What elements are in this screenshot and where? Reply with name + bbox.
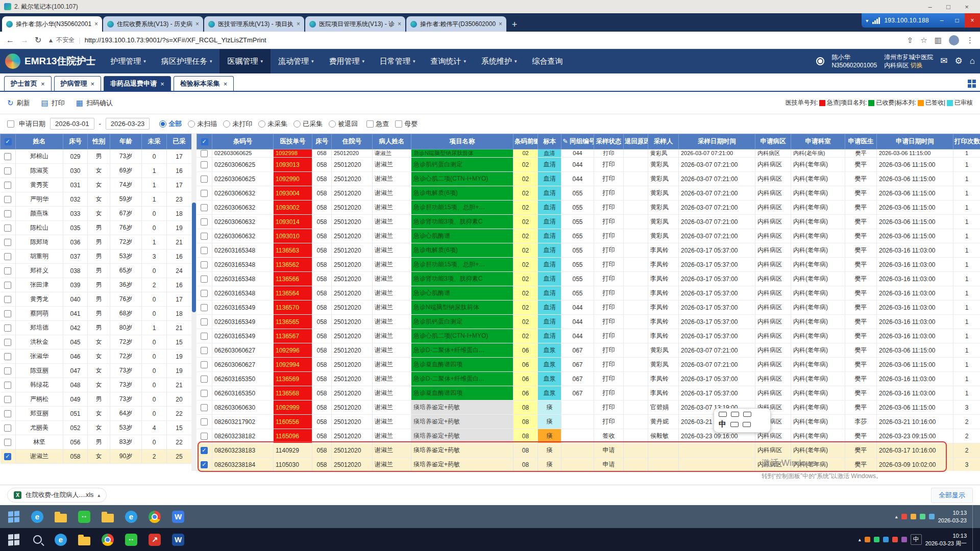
menu-item[interactable]: 医嘱管理▾ <box>219 49 271 73</box>
row-checkbox[interactable] <box>4 424 11 432</box>
ime-settings-icon[interactable] <box>743 412 751 417</box>
switch-ward-link[interactable]: 切换 <box>911 62 923 69</box>
ime-toolbar[interactable]: 中 <box>714 408 771 433</box>
row-checkbox-cell[interactable] <box>1 421 16 435</box>
tab-close-icon[interactable]: × <box>41 80 45 88</box>
row-checkbox[interactable] <box>201 276 208 283</box>
row-checkbox-cell[interactable] <box>1 192 16 207</box>
row-checkbox-cell[interactable] <box>1 264 16 278</box>
row-checkbox-cell[interactable] <box>1 164 16 178</box>
sample-row[interactable]: 022603060625109299005825012020谢淑兰急诊心肌二项(… <box>197 172 980 186</box>
ie-icon[interactable]: e <box>49 528 72 551</box>
patient-row[interactable]: 谢淑兰058女90岁225 <box>1 449 192 464</box>
tab-close-icon[interactable]: × <box>91 80 95 88</box>
tab-close-icon[interactable]: × <box>160 80 164 88</box>
row-checkbox-cell[interactable] <box>197 400 212 415</box>
wechat-icon[interactable]: ·· <box>72 505 96 528</box>
row-checkbox-cell[interactable] <box>197 315 212 329</box>
search-icon[interactable] <box>26 528 49 551</box>
page-tab[interactable]: 护病管理× <box>54 76 102 91</box>
row-checkbox-cell[interactable] <box>1 221 16 235</box>
row-checkbox[interactable] <box>4 453 11 460</box>
tab-close-icon[interactable]: × <box>224 80 228 88</box>
row-checkbox[interactable] <box>4 267 11 274</box>
share-icon[interactable]: ⇧ <box>907 36 914 45</box>
patient-row[interactable]: 黄秀龙040男76岁017 <box>1 292 192 307</box>
tray-icon[interactable] <box>874 537 879 542</box>
row-checkbox-cell[interactable] <box>197 258 212 272</box>
row-checkbox-cell[interactable] <box>1 292 16 307</box>
row-checkbox[interactable] <box>201 318 208 325</box>
row-checkbox[interactable] <box>201 150 208 157</box>
menu-item[interactable]: 查询统计▾ <box>423 49 474 73</box>
row-checkbox[interactable] <box>4 210 11 217</box>
row-checkbox-cell[interactable] <box>1 178 16 192</box>
row-checkbox[interactable] <box>201 347 208 354</box>
row-checkbox-cell[interactable] <box>1 378 16 392</box>
menu-dots-icon[interactable]: ⋮ <box>966 36 974 45</box>
row-checkbox-cell[interactable] <box>1 321 16 335</box>
row-checkbox-cell[interactable] <box>1 249 16 264</box>
tray-icon[interactable] <box>883 537 889 542</box>
patient-row[interactable]: 郑棉山029男73岁017 <box>1 149 192 164</box>
row-checkbox[interactable] <box>201 304 208 311</box>
chrome-icon[interactable] <box>143 505 166 528</box>
remote-clock[interactable]: 10:13 2026-03-23 <box>938 509 967 524</box>
row-checkbox[interactable] <box>4 182 11 189</box>
row-checkbox[interactable] <box>201 461 208 468</box>
row-checkbox-cell[interactable] <box>197 172 212 186</box>
row-checkbox[interactable] <box>201 233 208 240</box>
minimize-button[interactable]: – <box>921 0 939 13</box>
row-checkbox[interactable] <box>4 167 11 174</box>
row-checkbox[interactable] <box>4 439 11 446</box>
row-checkbox[interactable] <box>201 161 208 168</box>
scrollbar-thumb[interactable] <box>192 203 196 312</box>
star-icon[interactable]: ☆ <box>920 36 927 45</box>
tray-expand-icon[interactable]: ▴ <box>859 537 861 542</box>
sample-row[interactable]: 022603060632109300205825012020谢淑兰急诊肝功能15… <box>197 201 980 215</box>
row-checkbox-cell[interactable] <box>197 458 212 471</box>
filter-checkbox[interactable]: 母婴 <box>395 119 418 129</box>
row-checkbox[interactable] <box>201 176 208 183</box>
row-checkbox[interactable] <box>201 333 208 340</box>
wps-icon[interactable]: W <box>166 505 190 528</box>
patient-row[interactable]: 尤丽美052女53岁415 <box>1 421 192 435</box>
row-checkbox-cell[interactable] <box>197 372 212 386</box>
mail-icon[interactable]: ✉ <box>940 56 947 67</box>
patient-row[interactable]: 韩绿花048女73岁021 <box>1 378 192 392</box>
sample-row[interactable]: 022603165348113656605825012020谢淑兰急诊肾功能3项… <box>197 272 980 286</box>
row-checkbox[interactable] <box>4 382 11 389</box>
row-checkbox[interactable] <box>201 290 208 297</box>
row-checkbox-cell[interactable] <box>197 415 212 429</box>
row-checkbox-cell[interactable] <box>1 335 16 349</box>
row-checkbox[interactable] <box>201 375 208 383</box>
menu-item[interactable]: 流动管理▾ <box>271 49 322 73</box>
browser-tab[interactable]: 医院项目管理系统(V13) - 诊疗...× <box>305 16 405 32</box>
filter-radio[interactable]: 未打印 <box>223 119 252 129</box>
folder-icon[interactable] <box>96 505 119 528</box>
wechat-icon[interactable]: ·· <box>119 528 143 551</box>
sample-row[interactable]: 062603060627109299605825012020谢淑兰急诊D-二聚体… <box>197 343 980 358</box>
row-checkbox[interactable] <box>201 433 208 440</box>
print-button[interactable]: ▤打印 <box>41 98 65 108</box>
url-field[interactable]: ▲ 不安全 | http://193.100.10.73:9001/?s=XF#… <box>47 36 900 44</box>
row-checkbox[interactable] <box>4 396 11 403</box>
row-checkbox[interactable] <box>4 353 11 360</box>
row-checkbox[interactable] <box>4 410 11 417</box>
row-checkbox[interactable] <box>201 361 208 368</box>
sample-row[interactable]: 062603060627109299405825012020谢淑兰急诊凝血酶谱四… <box>197 358 980 372</box>
page-tab[interactable]: 检验标本采集× <box>174 76 234 91</box>
tab-close-icon[interactable]: × <box>195 20 199 28</box>
side-panel-icon[interactable]: ▥ <box>935 36 942 45</box>
row-checkbox-cell[interactable] <box>197 286 212 300</box>
select-all-checkbox[interactable] <box>5 138 12 145</box>
sample-row[interactable]: 022603060632109300405825012020谢淑兰急诊电解质(6… <box>197 186 980 201</box>
filter-radio[interactable]: 已采集 <box>293 119 323 129</box>
tray-icon[interactable] <box>901 514 907 519</box>
tray-icon[interactable] <box>911 514 916 519</box>
row-checkbox[interactable] <box>201 390 208 397</box>
row-checkbox[interactable] <box>4 282 11 289</box>
row-checkbox-cell[interactable] <box>1 364 16 378</box>
sample-row[interactable]: 062603165350113656805825012020谢淑兰急诊凝血酶谱四… <box>197 386 980 400</box>
sample-row[interactable]: 082603238183114092905825012020谢淑兰痰培养鉴定+药… <box>197 443 980 458</box>
